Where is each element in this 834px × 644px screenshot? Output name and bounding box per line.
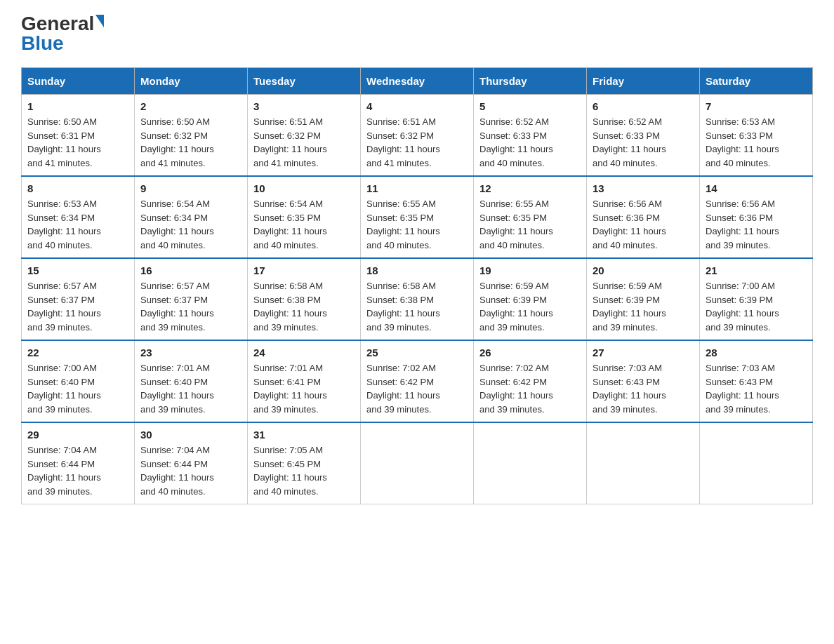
day-number: 17 (253, 264, 355, 276)
day-info: Sunrise: 6:59 AM Sunset: 6:39 PM Dayligh… (479, 279, 581, 334)
calendar-week-row: 15 Sunrise: 6:57 AM Sunset: 6:37 PM Dayl… (22, 258, 813, 340)
day-info: Sunrise: 6:57 AM Sunset: 6:37 PM Dayligh… (27, 279, 128, 334)
day-number: 26 (479, 347, 581, 358)
day-info: Sunrise: 6:58 AM Sunset: 6:38 PM Dayligh… (366, 279, 468, 334)
day-info: Sunrise: 6:51 AM Sunset: 6:32 PM Dayligh… (253, 115, 355, 170)
calendar-cell: 18 Sunrise: 6:58 AM Sunset: 6:38 PM Dayl… (361, 258, 474, 340)
calendar-cell: 11 Sunrise: 6:55 AM Sunset: 6:35 PM Dayl… (361, 176, 474, 258)
day-number: 13 (593, 182, 694, 194)
day-info: Sunrise: 7:03 AM Sunset: 6:43 PM Dayligh… (593, 361, 694, 416)
day-number: 5 (479, 100, 581, 112)
day-number: 16 (140, 264, 241, 276)
calendar-cell: 2 Sunrise: 6:50 AM Sunset: 6:32 PM Dayli… (135, 95, 248, 177)
day-info: Sunrise: 6:56 AM Sunset: 6:36 PM Dayligh… (593, 197, 694, 252)
day-number: 22 (27, 347, 128, 358)
day-info: Sunrise: 6:50 AM Sunset: 6:32 PM Dayligh… (140, 115, 241, 170)
day-number: 6 (593, 100, 694, 112)
day-number: 23 (140, 347, 241, 358)
calendar-cell: 16 Sunrise: 6:57 AM Sunset: 6:37 PM Dayl… (135, 258, 248, 340)
calendar-cell: 3 Sunrise: 6:51 AM Sunset: 6:32 PM Dayli… (248, 95, 361, 177)
calendar-week-row: 22 Sunrise: 7:00 AM Sunset: 6:40 PM Dayl… (22, 340, 813, 422)
day-number: 11 (366, 182, 468, 194)
calendar-cell: 20 Sunrise: 6:59 AM Sunset: 6:39 PM Dayl… (587, 258, 700, 340)
calendar-cell: 23 Sunrise: 7:01 AM Sunset: 6:40 PM Dayl… (135, 340, 248, 422)
day-number: 4 (366, 100, 468, 112)
day-number: 24 (253, 347, 355, 358)
calendar-cell: 5 Sunrise: 6:52 AM Sunset: 6:33 PM Dayli… (474, 95, 587, 177)
day-info: Sunrise: 7:05 AM Sunset: 6:45 PM Dayligh… (253, 443, 355, 498)
day-number: 30 (140, 429, 241, 441)
day-info: Sunrise: 7:04 AM Sunset: 6:44 PM Dayligh… (140, 443, 241, 498)
calendar-cell: 25 Sunrise: 7:02 AM Sunset: 6:42 PM Dayl… (361, 340, 474, 422)
column-header-saturday: Saturday (700, 68, 813, 95)
day-number: 31 (253, 429, 355, 441)
calendar-table: SundayMondayTuesdayWednesdayThursdayFrid… (21, 67, 813, 504)
column-header-sunday: Sunday (22, 68, 135, 95)
day-info: Sunrise: 6:58 AM Sunset: 6:38 PM Dayligh… (253, 279, 355, 334)
calendar-cell: 12 Sunrise: 6:55 AM Sunset: 6:35 PM Dayl… (474, 176, 587, 258)
day-info: Sunrise: 6:59 AM Sunset: 6:39 PM Dayligh… (593, 279, 694, 334)
column-header-friday: Friday (587, 68, 700, 95)
day-info: Sunrise: 6:54 AM Sunset: 6:35 PM Dayligh… (253, 197, 355, 252)
day-number: 29 (27, 429, 128, 441)
day-info: Sunrise: 6:56 AM Sunset: 6:36 PM Dayligh… (706, 197, 807, 252)
day-number: 2 (140, 100, 241, 112)
calendar-week-row: 29 Sunrise: 7:04 AM Sunset: 6:44 PM Dayl… (22, 422, 813, 504)
day-number: 9 (140, 182, 241, 194)
calendar-cell: 13 Sunrise: 6:56 AM Sunset: 6:36 PM Dayl… (587, 176, 700, 258)
day-info: Sunrise: 6:53 AM Sunset: 6:34 PM Dayligh… (27, 197, 128, 252)
day-number: 27 (593, 347, 694, 358)
day-info: Sunrise: 6:52 AM Sunset: 6:33 PM Dayligh… (593, 115, 694, 170)
logo-triangle-icon (95, 15, 104, 27)
calendar-week-row: 8 Sunrise: 6:53 AM Sunset: 6:34 PM Dayli… (22, 176, 813, 258)
day-number: 12 (479, 182, 581, 194)
day-number: 21 (706, 264, 807, 276)
calendar-cell: 17 Sunrise: 6:58 AM Sunset: 6:38 PM Dayl… (248, 258, 361, 340)
calendar-cell: 6 Sunrise: 6:52 AM Sunset: 6:33 PM Dayli… (587, 95, 700, 177)
day-info: Sunrise: 6:57 AM Sunset: 6:37 PM Dayligh… (140, 279, 241, 334)
day-info: Sunrise: 7:01 AM Sunset: 6:40 PM Dayligh… (140, 361, 241, 416)
column-header-monday: Monday (135, 68, 248, 95)
calendar-cell: 7 Sunrise: 6:53 AM Sunset: 6:33 PM Dayli… (700, 95, 813, 177)
calendar-cell: 26 Sunrise: 7:02 AM Sunset: 6:42 PM Dayl… (474, 340, 587, 422)
day-number: 19 (479, 264, 581, 276)
page-header: General Blue (21, 14, 813, 53)
calendar-cell: 10 Sunrise: 6:54 AM Sunset: 6:35 PM Dayl… (248, 176, 361, 258)
day-info: Sunrise: 6:51 AM Sunset: 6:32 PM Dayligh… (366, 115, 468, 170)
day-number: 25 (366, 347, 468, 358)
calendar-cell: 1 Sunrise: 6:50 AM Sunset: 6:31 PM Dayli… (22, 95, 135, 177)
calendar-cell: 4 Sunrise: 6:51 AM Sunset: 6:32 PM Dayli… (361, 95, 474, 177)
day-number: 14 (706, 182, 807, 194)
calendar-cell: 15 Sunrise: 6:57 AM Sunset: 6:37 PM Dayl… (22, 258, 135, 340)
calendar-cell: 29 Sunrise: 7:04 AM Sunset: 6:44 PM Dayl… (22, 422, 135, 504)
day-info: Sunrise: 6:55 AM Sunset: 6:35 PM Dayligh… (366, 197, 468, 252)
day-number: 15 (27, 264, 128, 276)
day-info: Sunrise: 7:04 AM Sunset: 6:44 PM Dayligh… (27, 443, 128, 498)
calendar-cell: 28 Sunrise: 7:03 AM Sunset: 6:43 PM Dayl… (700, 340, 813, 422)
calendar-cell: 30 Sunrise: 7:04 AM Sunset: 6:44 PM Dayl… (135, 422, 248, 504)
day-number: 10 (253, 182, 355, 194)
calendar-cell: 24 Sunrise: 7:01 AM Sunset: 6:41 PM Dayl… (248, 340, 361, 422)
day-number: 20 (593, 264, 694, 276)
calendar-cell: 22 Sunrise: 7:00 AM Sunset: 6:40 PM Dayl… (22, 340, 135, 422)
calendar-cell (700, 422, 813, 504)
calendar-cell (587, 422, 700, 504)
calendar-week-row: 1 Sunrise: 6:50 AM Sunset: 6:31 PM Dayli… (22, 95, 813, 177)
day-info: Sunrise: 7:01 AM Sunset: 6:41 PM Dayligh… (253, 361, 355, 416)
calendar-header-row: SundayMondayTuesdayWednesdayThursdayFrid… (22, 68, 813, 95)
logo: General Blue (21, 14, 104, 53)
day-info: Sunrise: 7:02 AM Sunset: 6:42 PM Dayligh… (366, 361, 468, 416)
calendar-cell: 31 Sunrise: 7:05 AM Sunset: 6:45 PM Dayl… (248, 422, 361, 504)
column-header-tuesday: Tuesday (248, 68, 361, 95)
logo-general: General (21, 14, 94, 34)
day-number: 1 (27, 100, 128, 112)
day-info: Sunrise: 6:55 AM Sunset: 6:35 PM Dayligh… (479, 197, 581, 252)
calendar-cell: 21 Sunrise: 7:00 AM Sunset: 6:39 PM Dayl… (700, 258, 813, 340)
day-info: Sunrise: 6:50 AM Sunset: 6:31 PM Dayligh… (27, 115, 128, 170)
day-info: Sunrise: 7:00 AM Sunset: 6:39 PM Dayligh… (706, 279, 807, 334)
day-number: 18 (366, 264, 468, 276)
day-info: Sunrise: 7:00 AM Sunset: 6:40 PM Dayligh… (27, 361, 128, 416)
calendar-cell (361, 422, 474, 504)
column-header-thursday: Thursday (474, 68, 587, 95)
day-number: 28 (706, 347, 807, 358)
